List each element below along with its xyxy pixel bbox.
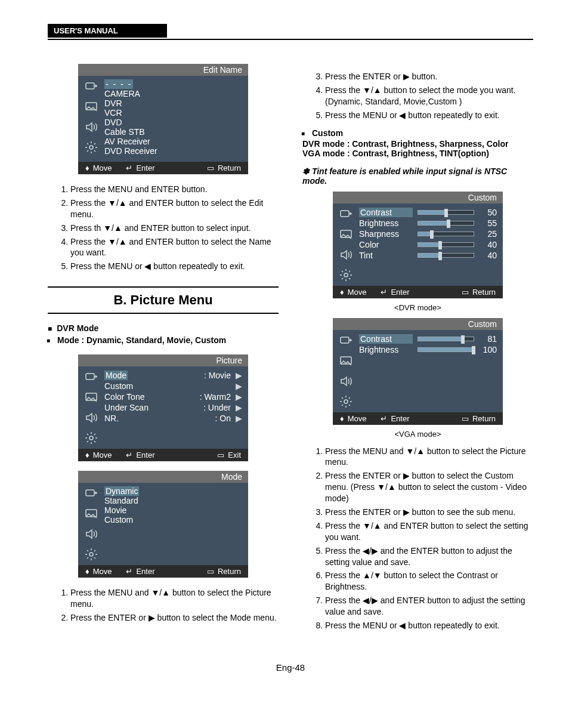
updown-icon: ♦	[340, 288, 344, 297]
picture-icon	[339, 227, 353, 242]
hint-move: ♦Move	[85, 164, 112, 172]
svg-rect-12	[341, 337, 349, 343]
list-item[interactable]: Dynamic	[104, 486, 139, 496]
list-item[interactable]: DVR	[104, 98, 242, 108]
steps-mode-cont: Press the ENTER or ▶ button. Press the ▼…	[314, 71, 533, 121]
updown-icon: ♦	[340, 414, 344, 423]
step-item: Press the MENU and ▼/▲ button to select …	[70, 587, 279, 610]
list-item[interactable]: Cable STB	[104, 127, 242, 137]
svg-point-11	[344, 273, 348, 277]
osd-title: Custom	[333, 192, 503, 203]
osd-icon-column	[333, 203, 359, 286]
step-item: Press the MENU or ◀ button repeatedly to…	[325, 620, 533, 631]
slider-track[interactable]	[418, 337, 474, 341]
setup-icon	[84, 431, 98, 445]
page-number: Eng-48	[48, 662, 533, 673]
svg-rect-3	[86, 374, 94, 380]
svg-point-2	[89, 146, 93, 149]
menu-row[interactable]: NR.: On▶	[104, 413, 242, 424]
enter-icon: ↵	[381, 414, 387, 423]
slider-row[interactable]: Color 40	[359, 239, 497, 250]
svg-rect-6	[86, 490, 94, 496]
slider-row[interactable]: Brightness 100	[359, 344, 497, 355]
battery-icon: ▭	[462, 288, 469, 297]
slider-track[interactable]	[418, 242, 474, 247]
slider-value: 100	[479, 345, 497, 354]
list-item[interactable]: DVD	[104, 118, 242, 127]
slider-label: Contrast	[359, 208, 413, 217]
chevron-right-icon: ▶	[236, 392, 242, 402]
slider-value: 55	[479, 218, 497, 228]
osd-edit-name: Edit Name - - - - CAMERA DVR VCR DVD Cab…	[78, 64, 248, 174]
step-item: Press the ▼/▲ and ENTER button to select…	[325, 520, 533, 543]
slider-label: Brightness	[359, 345, 413, 354]
slider-track[interactable]	[418, 210, 474, 215]
step-item: Press th ▼/▲ and ENTER button to select …	[70, 223, 279, 234]
step-item: Press the ENTER or ▶ button to see the s…	[325, 507, 533, 518]
menu-row[interactable]: Under Scan: Under▶	[104, 402, 242, 413]
list-item[interactable]: Movie	[104, 505, 242, 515]
slider-row[interactable]: Brightness 55	[359, 218, 497, 229]
setup-icon	[339, 268, 353, 282]
step-item: Press the ◀/▶ and ENTER button to adjust…	[325, 595, 533, 618]
hint-enter: ↵Enter	[126, 451, 154, 459]
slider-row[interactable]: Contrast 81	[359, 334, 497, 344]
battery-icon: ▭	[207, 567, 214, 576]
sound-icon	[339, 374, 353, 388]
chevron-right-icon: ▶	[236, 381, 242, 391]
list-item[interactable]: CAMERA	[104, 89, 242, 98]
svg-rect-0	[86, 83, 94, 89]
battery-icon: ▭	[207, 164, 214, 172]
slider-track[interactable]	[418, 347, 474, 352]
slider-label: Color	[359, 240, 413, 249]
step-item: Press the ENTER or ▶ button.	[325, 71, 533, 82]
osd-mode: Mode Dynamic Standard Movie Custom ♦Move	[78, 471, 248, 578]
step-item: Press the MENU and ▼/▲ button to select …	[325, 446, 533, 468]
menu-row[interactable]: Color Tone: Warm2▶	[104, 391, 242, 402]
slider-track[interactable]	[418, 253, 474, 258]
slider-row[interactable]: Sharpness 25	[359, 229, 497, 239]
list-item[interactable]: Custom	[104, 515, 242, 525]
step-item: Press the ◀/▶ and the ENTER button to ad…	[325, 545, 533, 568]
osd-icon-column	[78, 483, 104, 565]
setup-icon	[339, 394, 353, 409]
enter-icon: ↵	[381, 288, 387, 297]
picture-icon	[84, 390, 98, 405]
osd-title: Picture	[78, 354, 248, 366]
slider-value: 40	[479, 240, 497, 249]
svg-point-8	[89, 553, 93, 556]
sound-icon	[84, 411, 98, 425]
menu-row[interactable]: Mode: Movie▶	[104, 370, 242, 381]
enter-icon: ↵	[126, 164, 132, 172]
svg-point-5	[89, 436, 93, 440]
list-item[interactable]: DVD Receiver	[104, 146, 242, 156]
dvr-caption: <DVR mode>	[302, 303, 533, 312]
edit-name-current[interactable]: - - - -	[104, 79, 133, 89]
step-item: Press the ▲/▼ button to select the Contr…	[325, 570, 533, 593]
dvr-mode-heading: DVR Mode	[48, 323, 279, 333]
list-item[interactable]: Standard	[104, 496, 242, 505]
slider-row[interactable]: Tint 40	[359, 250, 497, 261]
slider-track[interactable]	[418, 221, 474, 226]
hint-move: ♦Move	[340, 414, 366, 423]
step-item: Press the ENTER or ▶ button to select th…	[70, 612, 279, 624]
slider-row[interactable]: Contrast 50	[359, 207, 497, 218]
list-item[interactable]: VCR	[104, 108, 242, 118]
header-rule	[48, 39, 533, 40]
menu-row[interactable]: Custom▶	[104, 381, 242, 391]
hint-move: ♦Move	[85, 451, 112, 459]
slider-value: 40	[479, 251, 497, 260]
section-heading: B. Picture Menu	[48, 286, 279, 314]
updown-icon: ♦	[85, 567, 89, 576]
slider-track[interactable]	[418, 232, 474, 236]
chevron-right-icon: ▶	[236, 403, 242, 412]
step-item: Press the ENTER or ▶ button to select th…	[325, 470, 533, 504]
step-item: Press the MENU or ◀ button repeatedly to…	[325, 110, 533, 121]
picture-icon	[84, 507, 98, 521]
list-item[interactable]: AV Receiver	[104, 137, 242, 146]
mode-options-line: Mode : Dynamic, Standard, Movie, Custom	[57, 335, 279, 345]
setup-icon	[84, 547, 98, 562]
osd-picture: Picture Mode: Movie▶ Custom▶ Color Tone:…	[78, 354, 248, 461]
hint-enter: ↵Enter	[126, 567, 154, 576]
hint-enter: ↵Enter	[381, 414, 409, 423]
